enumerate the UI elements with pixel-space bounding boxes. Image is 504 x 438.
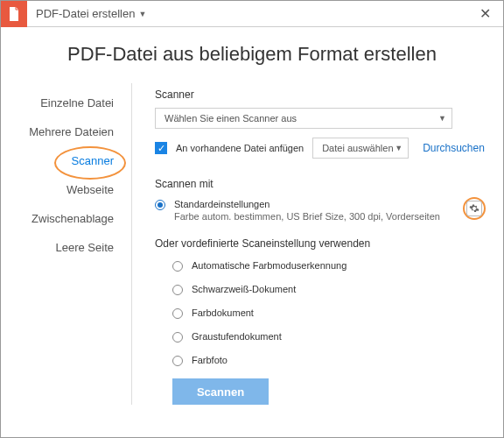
radio-color-doc[interactable] <box>172 308 183 319</box>
sidebar-item-label: Leere Seite <box>56 241 115 254</box>
option-sublabel: Farbe autom. bestimmen, US Brief Size, 3… <box>174 211 440 222</box>
sidebar-item-label: Scanner <box>72 154 114 167</box>
option-default-settings[interactable]: Standardeinstellungen Farbe autom. besti… <box>155 199 456 222</box>
append-label: An vorhandene Datei anfügen <box>176 143 304 153</box>
settings-button[interactable] <box>466 201 482 216</box>
chevron-down-icon: ▼ <box>438 114 446 123</box>
option-label: Farbfoto <box>192 355 228 365</box>
scanner-section-label: Scanner <box>155 88 486 101</box>
option-label: Farbdokument <box>192 307 254 318</box>
or-predefined-label: Oder vordefinierte Scaneinstellung verwe… <box>155 237 486 250</box>
sidebar-item-label: Webseite <box>66 183 114 196</box>
radio-auto-color[interactable] <box>172 261 183 272</box>
file-select[interactable]: Datei auswählen ▼ <box>312 138 409 159</box>
close-button[interactable]: ✕ <box>474 5 496 22</box>
sidebar: Einzelne Datei Mehrere Dateien Scanner W… <box>1 83 132 405</box>
main-panel: Scanner Wählen Sie einen Scanner aus ▼ ✓… <box>132 83 503 405</box>
sidebar-item-label: Mehrere Dateien <box>29 125 114 138</box>
sidebar-item-label: Einzelne Datei <box>40 96 114 110</box>
option-label: Schwarzweiß-Dokument <box>192 284 296 294</box>
sidebar-item-scanner[interactable]: Scanner <box>1 146 131 175</box>
file-select-value: Datei auswählen <box>322 143 393 153</box>
append-row: ✓ An vorhandene Datei anfügen Datei ausw… <box>155 138 486 159</box>
scanner-select-value: Wählen Sie einen Scanner aus <box>164 113 297 124</box>
gear-icon <box>469 203 480 214</box>
option-color-photo[interactable]: Farbfoto <box>172 355 486 366</box>
sidebar-item-label: Zwischenablage <box>32 212 114 225</box>
sidebar-item-multiple-files[interactable]: Mehrere Dateien <box>1 117 131 146</box>
option-bw-doc[interactable]: Schwarzweiß-Dokument <box>172 284 486 295</box>
radio-color-photo[interactable] <box>172 356 183 366</box>
scan-with-label: Scannen mit <box>155 178 486 190</box>
document-icon <box>8 7 20 21</box>
option-label: Graustufendokument <box>192 331 282 342</box>
chevron-down-icon: ▼ <box>395 144 402 152</box>
option-label: Automatische Farbmoduserkennung <box>192 260 346 271</box>
append-checkbox[interactable]: ✓ <box>155 142 167 154</box>
option-grayscale-doc[interactable]: Graustufendokument <box>172 331 486 343</box>
radio-default-settings[interactable] <box>155 200 165 210</box>
default-settings-row: Standardeinstellungen Farbe autom. besti… <box>155 199 486 229</box>
option-auto-color[interactable]: Automatische Farbmoduserkennung <box>172 260 486 272</box>
page-heading: PDF-Datei aus beliebigem Format erstelle… <box>1 43 503 66</box>
scanner-select[interactable]: Wählen Sie einen Scanner aus ▼ <box>155 108 452 129</box>
sidebar-item-blank-page[interactable]: Leere Seite <box>1 233 131 262</box>
scan-button-label: Scannen <box>197 385 244 399</box>
sidebar-item-single-file[interactable]: Einzelne Datei <box>1 88 131 117</box>
chevron-down-icon: ▼ <box>138 10 146 18</box>
sidebar-item-webpage[interactable]: Webseite <box>1 175 131 204</box>
app-icon <box>1 1 27 27</box>
browse-link[interactable]: Durchsuchen <box>423 142 485 154</box>
window-title[interactable]: PDF-Datei erstellen ▼ <box>36 7 474 20</box>
option-color-doc[interactable]: Farbdokument <box>172 307 486 319</box>
titlebar: PDF-Datei erstellen ▼ ✕ <box>1 1 503 27</box>
option-label: Standardeinstellungen <box>174 199 440 209</box>
sidebar-item-clipboard[interactable]: Zwischenablage <box>1 204 131 233</box>
scan-button[interactable]: Scannen <box>172 378 269 405</box>
settings-highlight <box>463 197 486 220</box>
radio-grayscale-doc[interactable] <box>172 332 183 343</box>
preset-list: Automatische Farbmoduserkennung Schwarzw… <box>155 260 486 366</box>
radio-bw-doc[interactable] <box>172 285 183 295</box>
window-title-text: PDF-Datei erstellen <box>36 7 135 20</box>
